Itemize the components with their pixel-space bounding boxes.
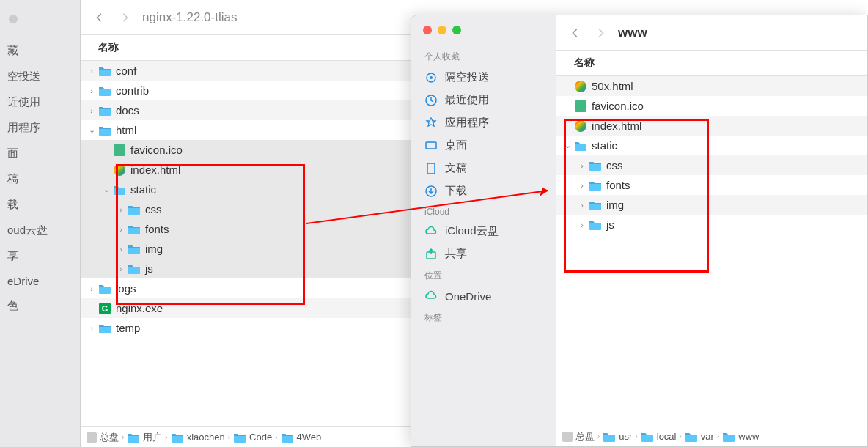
file-label: temp [113,322,140,334]
folder-icon [97,66,113,76]
sidebar-item-recent[interactable]: 最近使用 [411,89,556,111]
file-row[interactable]: ›img [556,195,867,215]
file-row[interactable]: Gnginx.exe [81,298,411,318]
file-row[interactable]: ›conf [81,61,411,81]
sidebar-item-apps[interactable]: 应用程序 [411,111,556,134]
path-segment[interactable]: 用户 [127,431,162,444]
sidebar-item-airdrop[interactable]: 隔空投送 [411,66,556,89]
file-label: docs [113,104,139,117]
path-segment[interactable]: www [722,431,759,442]
sidebar-item[interactable]: 空投送 [0,64,80,89]
file-row[interactable]: ›js [556,215,867,234]
back-button[interactable] [568,26,583,40]
file-label: static [589,139,617,152]
forward-button[interactable] [117,10,132,25]
path-segment[interactable]: Code [233,432,272,443]
sidebar-item-share[interactable]: 共享 [411,243,556,265]
disclosure-icon[interactable]: › [577,161,587,170]
file-row[interactable]: ›temp [81,318,411,338]
sidebar-item[interactable]: 面 [0,141,80,166]
sidebar-item[interactable]: 享 [0,243,80,269]
file-label: logs [113,282,136,295]
disclosure-icon[interactable]: › [116,265,126,273]
sidebar-item[interactable]: 稿 [0,166,80,192]
sidebar-item[interactable]: 藏 [0,38,80,64]
disclosure-icon[interactable]: ⌄ [101,185,111,194]
disclosure-icon[interactable]: ⌄ [562,141,573,150]
file-row[interactable]: ›fonts [556,175,867,195]
sidebar-item-label: 共享 [445,247,467,261]
sidebar-item-desktop[interactable]: 桌面 [411,134,556,157]
back-button[interactable] [92,10,107,25]
column-header-right[interactable]: 名称 [556,51,867,76]
file-row[interactable]: ⌄html [81,120,411,140]
close-icon[interactable] [423,26,432,34]
sidebar-item[interactable]: 近使用 [0,89,80,115]
sidebar-item[interactable]: 载 [0,192,80,218]
file-list-left[interactable]: ›conf›contrib›docs⌄htmlfavicon.icoindex.… [81,61,411,426]
file-row[interactable]: favicon.ico [556,96,867,116]
file-row[interactable]: ›fonts [81,219,411,239]
sidebar-item[interactable]: eDrive [0,269,80,293]
disclosure-icon[interactable]: › [116,205,126,214]
window-control-dot[interactable] [9,15,18,23]
file-label: html [113,124,136,136]
disclosure-icon[interactable]: › [87,284,97,293]
traffic-lights[interactable] [411,26,556,46]
window-title-right: www [618,26,647,40]
file-row[interactable]: ›contrib [81,81,411,100]
file-row[interactable]: index.html [81,160,411,180]
disclosure-icon[interactable]: › [87,106,97,115]
disclosure-icon[interactable]: › [87,324,97,333]
path-segment[interactable]: local [641,431,677,442]
sidebar-item-label: 隔空投送 [445,70,489,84]
file-row[interactable]: ⌄static [556,136,867,155]
disclosure-icon[interactable]: › [116,225,126,234]
file-row[interactable]: 50x.html [556,76,867,96]
sidebar-item[interactable]: 色 [0,293,80,319]
maximize-icon[interactable] [452,26,461,34]
file-label: js [142,262,153,275]
file-row[interactable]: ›docs [81,100,411,120]
file-row[interactable]: ›css [556,155,867,175]
disclosure-icon[interactable]: › [577,221,587,229]
path-segment[interactable]: 总盘 [562,430,595,443]
disclosure-icon[interactable]: › [577,181,587,190]
path-segment[interactable]: xiaochen [171,432,225,443]
minimize-icon[interactable] [438,26,446,34]
path-segment[interactable]: 总盘 [87,431,119,444]
sidebar-item[interactable]: oud云盘 [0,218,80,243]
file-row[interactable]: favicon.ico [81,140,411,160]
path-segment[interactable]: var [685,431,714,442]
sidebar-item[interactable]: 用程序 [0,115,80,141]
disclosure-icon[interactable]: › [87,67,97,75]
path-segment[interactable]: usr [603,431,632,442]
path-bar-right[interactable]: 总盘› usr› local› var› www [556,426,867,446]
forward-button[interactable] [593,26,608,40]
chevron-right-icon: › [275,433,277,441]
file-row[interactable]: ⌄static [81,180,411,199]
file-row[interactable]: ›js [81,259,411,278]
file-row[interactable]: ›logs [81,278,411,298]
path-segment[interactable]: 4Web [281,432,322,443]
disclosure-icon[interactable]: › [577,201,587,210]
recent-icon [424,94,438,107]
file-row[interactable]: ›img [81,239,411,259]
folder-icon [587,220,603,230]
path-bar-left[interactable]: 总盘› 用户› xiaochen› Code› 4Web [81,426,411,447]
sidebar-item-cloud[interactable]: iCloud云盘 [411,220,556,243]
file-row[interactable]: ›css [81,199,411,219]
folder-icon [573,141,589,151]
disclosure-icon[interactable]: › [87,86,97,95]
sidebar-item-cloud[interactable]: OneDrive [411,285,556,307]
file-row[interactable]: index.html [556,116,867,136]
disclosure-icon[interactable]: › [116,245,126,254]
disclosure-icon[interactable]: ⌄ [87,125,97,135]
column-header-left[interactable]: 名称 [81,35,411,61]
file-label: css [603,159,623,171]
folder-icon [126,264,142,274]
file-list-right[interactable]: 50x.htmlfavicon.icoindex.html⌄static›css… [556,76,867,426]
sidebar-item-docs[interactable]: 文稿 [411,157,556,180]
sidebar-item-downloads[interactable]: 下载 [411,180,556,202]
file-label: favicon.ico [589,100,644,112]
